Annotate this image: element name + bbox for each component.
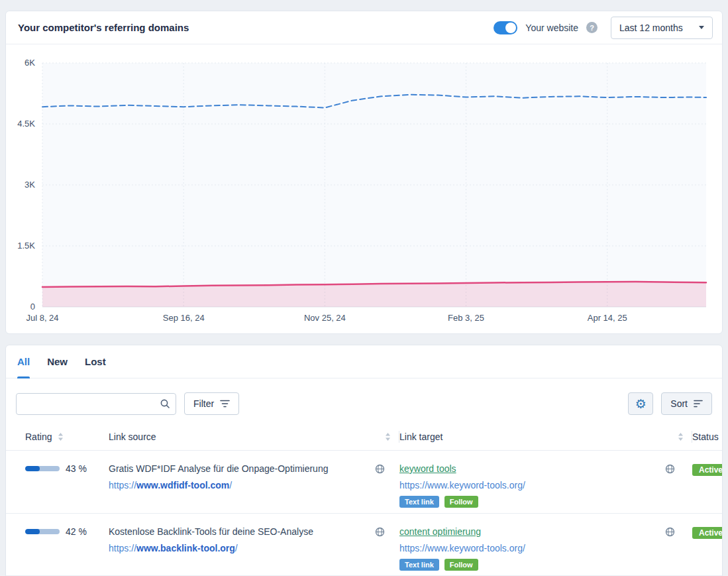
url-domain: www.keyword-tools.org	[427, 543, 523, 553]
tab-all[interactable]: All	[17, 345, 30, 378]
url-domain: www.backlink-tool.org	[136, 543, 235, 553]
rating-bar	[25, 529, 60, 534]
url-path: /	[235, 543, 238, 553]
svg-text:Feb 3, 25: Feb 3, 25	[448, 313, 484, 323]
follow-badge: Follow	[444, 559, 478, 571]
tabs-bar: All New Lost	[6, 345, 722, 378]
column-header-rating[interactable]: Rating	[25, 432, 109, 442]
rating-percent: 43 %	[66, 463, 87, 474]
page-title: Your competitor's referring domains	[18, 22, 189, 33]
tab-lost[interactable]: Lost	[85, 345, 106, 378]
chart-card-header: Your competitor's referring domains Your…	[6, 11, 722, 44]
svg-text:3K: 3K	[25, 180, 35, 190]
sort-button-label: Sort	[670, 398, 688, 409]
status-cell: Active	[692, 463, 723, 476]
column-label-status: Status	[692, 432, 719, 442]
page: { "chart_card": { "title": "Your competi…	[0, 0, 728, 576]
globe-icon[interactable]	[375, 527, 385, 537]
rating-bar-fill	[25, 529, 40, 534]
link-target-url[interactable]: https://www.keyword-tools.org/	[399, 480, 675, 490]
globe-icon[interactable]	[665, 464, 675, 474]
tab-new[interactable]: New	[47, 345, 68, 378]
url-path: /	[523, 480, 525, 490]
rating-bar	[25, 466, 60, 471]
svg-text:4.5K: 4.5K	[17, 119, 35, 129]
status-badge: Active	[692, 527, 723, 539]
sort-button[interactable]: Sort	[661, 392, 712, 415]
period-select-value: Last 12 months	[619, 23, 683, 33]
follow-badge: Follow	[444, 496, 478, 508]
url-domain: www.wdfidf-tool.com	[136, 480, 229, 490]
sort-arrows-icon[interactable]	[678, 432, 684, 441]
search-box	[16, 393, 176, 415]
column-label-link-source: Link source	[109, 432, 156, 442]
url-path: /	[229, 480, 232, 490]
period-select[interactable]: Last 12 months	[611, 17, 713, 39]
referring-domains-chart: 01.5K3K4.5K6KJul 8, 24Sep 16, 24Nov 25, …	[6, 44, 722, 331]
url-scheme: https://	[399, 543, 427, 553]
url-path: /	[523, 543, 525, 553]
rating-percent: 42 %	[66, 526, 87, 537]
search-icon	[160, 398, 170, 409]
chart-controls: Your website ? Last 12 months	[494, 17, 713, 39]
rating-cell: 43 %	[25, 463, 109, 474]
rating-bar-fill	[25, 466, 40, 471]
table-controls: Filter ⚙ Sort	[6, 378, 722, 422]
globe-icon[interactable]	[665, 527, 675, 537]
link-source-url[interactable]: https://www.backlink-tool.org/	[109, 543, 385, 553]
svg-text:Apr 14, 25: Apr 14, 25	[588, 313, 627, 323]
filter-button-label: Filter	[193, 398, 214, 409]
toggle-knob	[505, 23, 516, 33]
link-target-url[interactable]: https://www.keyword-tools.org/	[399, 543, 675, 553]
link-source-cell: Kostenlose Backlink-Tools für deine SEO-…	[109, 526, 399, 575]
sort-arrows-icon[interactable]	[385, 432, 391, 441]
svg-text:Nov 25, 24: Nov 25, 24	[304, 313, 346, 323]
gear-icon: ⚙	[635, 398, 647, 410]
link-target-anchor[interactable]: keyword tools	[399, 463, 665, 474]
column-label-rating: Rating	[25, 432, 52, 442]
text-link-badge: Text link	[399, 559, 439, 571]
link-badges: Text link Follow	[399, 559, 675, 571]
column-header-status[interactable]: Status	[692, 432, 723, 442]
url-domain: www.keyword-tools.org	[427, 480, 523, 490]
link-source-title: Kostenlose Backlink-Tools für deine SEO-…	[109, 526, 375, 537]
text-link-badge: Text link	[399, 496, 439, 508]
settings-button[interactable]: ⚙	[628, 392, 653, 415]
svg-text:Jul 8, 24: Jul 8, 24	[26, 313, 58, 323]
link-source-title: Gratis WDF*IDF Analyse für die Onpage-Op…	[109, 463, 375, 474]
link-source-url[interactable]: https://www.wdfidf-tool.com/	[109, 480, 385, 490]
link-source-cell: Gratis WDF*IDF Analyse für die Onpage-Op…	[109, 463, 399, 513]
status-cell: Active	[692, 526, 723, 539]
toggle-label: Your website	[525, 23, 578, 33]
svg-text:1.5K: 1.5K	[17, 241, 35, 251]
url-scheme: https://	[109, 543, 136, 553]
table-row: 42 % Kostenlose Backlink-Tools für deine…	[6, 513, 722, 576]
column-header-link-source[interactable]: Link source	[109, 431, 399, 443]
status-badge: Active	[692, 464, 723, 476]
your-website-toggle[interactable]	[494, 21, 517, 34]
help-icon[interactable]: ?	[586, 22, 598, 33]
link-target-cell: keyword tools https://www.keyword-tools.…	[399, 463, 692, 513]
column-header-link-target[interactable]: Link target	[399, 431, 692, 443]
column-label-link-target: Link target	[399, 432, 442, 442]
svg-text:0: 0	[30, 302, 35, 312]
sort-icon	[694, 400, 703, 408]
table-row: 43 % Gratis WDF*IDF Analyse für die Onpa…	[6, 450, 722, 513]
link-target-cell: content optimierung https://www.keyword-…	[399, 526, 692, 575]
search-input[interactable]	[16, 393, 176, 415]
globe-icon[interactable]	[375, 464, 385, 474]
url-scheme: https://	[109, 480, 136, 490]
chevron-down-icon	[699, 26, 704, 29]
filter-icon	[220, 400, 230, 408]
link-target-anchor[interactable]: content optimierung	[399, 526, 665, 537]
filter-button[interactable]: Filter	[184, 392, 239, 415]
referring-domains-card: Your competitor's referring domains Your…	[5, 11, 723, 334]
table-header: Rating Link source Link target Status	[6, 424, 722, 450]
sort-arrows-icon[interactable]	[58, 432, 64, 441]
svg-text:Sep 16, 24: Sep 16, 24	[163, 313, 205, 323]
link-badges: Text link Follow	[399, 496, 675, 508]
svg-text:6K: 6K	[25, 58, 35, 68]
rating-cell: 42 %	[25, 526, 109, 537]
url-scheme: https://	[399, 480, 427, 490]
chart-area: 01.5K3K4.5K6KJul 8, 24Sep 16, 24Nov 25, …	[6, 44, 722, 333]
